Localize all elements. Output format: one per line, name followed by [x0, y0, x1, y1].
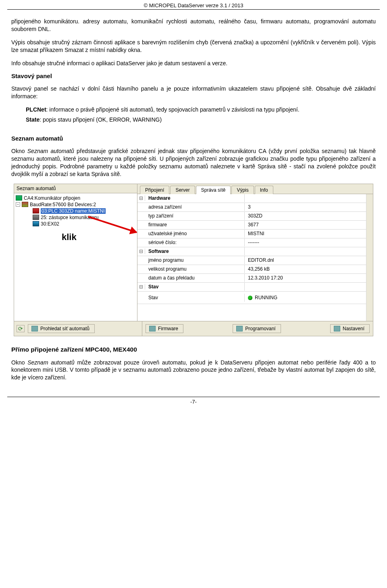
ex-icon: [33, 221, 39, 226]
intro-paragraph-1: připojeného komunikátoru. adresy automat…: [11, 18, 376, 33]
prop-label: uživatelské jméno: [145, 230, 245, 238]
prop-label: jméno programu: [145, 256, 245, 264]
bus-icon: [22, 202, 28, 207]
settings-icon: [334, 326, 340, 331]
mpc-p1-em: Seznam automatů: [27, 359, 74, 366]
status-text: RUNNING: [255, 295, 277, 300]
prop-value: MISTNI: [245, 230, 366, 238]
button-label: Prohledat síť automatů: [40, 326, 89, 331]
prop-label: firmware: [145, 221, 245, 229]
tree-row-proxy[interactable]: 25: zástupce komunikátoru: [15, 214, 136, 221]
collapse-icon[interactable]: ⊟: [137, 284, 145, 290]
page-number: -7-: [7, 399, 380, 409]
grid-row[interactable]: firmware3677: [137, 221, 366, 230]
heading-mpc400: Přímo připojené zařízení MPC400, MEX400: [11, 346, 376, 353]
prop-label: adresa zařízení: [145, 203, 245, 211]
grid-group-stav[interactable]: ⊟ Stav: [137, 283, 366, 292]
prop-value: 303ZD: [245, 212, 366, 220]
collapse-icon[interactable]: ⊟: [137, 195, 145, 201]
grid-group-software[interactable]: ⊟ Software: [137, 247, 366, 256]
plcnet-text: : informace o právě připojené síti autom…: [46, 106, 300, 113]
state-text: : popis stavu připojení (OK, ERROR, WARN…: [40, 116, 162, 123]
refresh-button[interactable]: ⟳: [17, 325, 25, 332]
scan-network-button[interactable]: Prohledat síť automatů: [28, 324, 95, 333]
firmware-button[interactable]: Firmware: [146, 324, 183, 333]
tree-row-plc-selected[interactable]: 03:PLC 303ZD name:MISTNI: [15, 208, 136, 214]
grid-row[interactable]: sériové číslo:-------: [137, 238, 366, 247]
device-tree-panel: Seznam automatů CA4:Komunikátor připojen…: [14, 184, 137, 321]
grid-row-status[interactable]: Stav RUNNING: [137, 292, 366, 304]
prop-value-status: RUNNING: [245, 294, 366, 302]
heading-stavovy-panel: Stavový panel: [11, 72, 376, 79]
mpc-p1a: Okno: [11, 359, 27, 366]
prop-value: 43,256 kB: [245, 265, 366, 273]
group-label: Hardware: [145, 194, 245, 202]
prop-value: 3677: [245, 221, 366, 229]
app-toolbar: ⟳ Prohledat síť automatů Firmware Progra…: [14, 321, 373, 336]
prop-value: EDITOR.dnl: [245, 256, 366, 264]
plc-icon: [33, 208, 39, 213]
prop-value: 3: [245, 203, 366, 211]
tab-bar: Připojení Server Správa sítě Výpis Info: [137, 184, 373, 194]
grid-row[interactable]: adresa zařízení3: [137, 203, 366, 212]
prop-value: -------: [245, 238, 366, 246]
seznam-p1a: Okno: [11, 148, 27, 154]
tree-label: 30:EX02: [41, 221, 59, 227]
mpc-paragraph: Okno Seznam automatů může zobrazovat pou…: [11, 359, 376, 382]
tree-label: 03:PLC 303ZD name:MISTNI: [41, 208, 106, 214]
group-label: Stav: [145, 283, 245, 291]
prop-label: velikost programu: [145, 265, 245, 273]
grid-row[interactable]: jméno programuEDITOR.dnl: [137, 256, 366, 265]
heading-seznam-automatu: Seznam automatů: [11, 135, 376, 142]
tree-row-bus[interactable]: − BaudRate:57600 Bd Devices:2: [15, 201, 136, 208]
grid-row[interactable]: velikost programu43,256 kB: [137, 265, 366, 274]
settings-button[interactable]: Nastavení: [330, 324, 370, 333]
tree-label: CA4:Komunikátor připojen: [24, 195, 80, 201]
state-line: State: popis stavu připojení (OK, ERROR,…: [11, 116, 376, 124]
header-rule: [7, 9, 380, 10]
intro-paragraph-2: Výpis obsahuje stručný záznam činnosti a…: [11, 39, 376, 54]
seznam-p1-em: Seznam automatů: [27, 148, 74, 154]
plcnet-line: PLCNet: informace o právě připojené síti…: [11, 106, 376, 114]
prop-label: Stav: [145, 294, 245, 302]
vertical-scrollbar[interactable]: [366, 194, 373, 321]
footer-rule: [7, 397, 380, 397]
status-running-icon: [248, 296, 252, 300]
device-tree-title: Seznam automatů: [14, 184, 137, 193]
device-tree[interactable]: CA4:Komunikátor připojen − BaudRate:5760…: [14, 193, 137, 321]
tab-pripojeni[interactable]: Připojení: [140, 186, 169, 194]
button-label: Programovaní: [245, 326, 275, 331]
grid-row[interactable]: datum a čas překladu12.3.2010 17:20: [137, 274, 366, 283]
copyright-header: © MICROPEL DataServer verze 3.1 / 2013: [7, 0, 380, 9]
state-label: State: [26, 116, 40, 123]
tree-row-ca[interactable]: CA4:Komunikátor připojen: [15, 195, 136, 201]
tree-label: BaudRate:57600 Bd Devices:2: [30, 202, 96, 207]
tab-info[interactable]: Info: [255, 186, 273, 194]
property-grid[interactable]: ⊟ Hardware adresa zařízení3 typ zařízení…: [137, 194, 366, 321]
firmware-icon: [149, 326, 156, 331]
prop-label: datum a čas překladu: [145, 274, 245, 282]
tab-server[interactable]: Server: [170, 186, 195, 194]
embedded-app-window: Seznam automatů CA4:Komunikátor připojen…: [14, 184, 373, 336]
prop-label: sériové číslo:: [145, 238, 245, 246]
grid-row[interactable]: typ zařízení303ZD: [137, 212, 366, 221]
programming-button[interactable]: Programovaní: [233, 324, 281, 333]
collapse-icon[interactable]: ⊟: [137, 248, 145, 254]
scan-icon: [31, 326, 38, 331]
grid-group-hardware[interactable]: ⊟ Hardware: [137, 194, 366, 203]
stav-paragraph: Stavový panel se nachází v dolní části h…: [11, 85, 376, 100]
prop-value: 12.3.2010 17:20: [245, 274, 366, 282]
button-label: Nastavení: [343, 326, 364, 331]
tab-sprava-site[interactable]: Správa sítě: [196, 186, 231, 194]
tab-vypis[interactable]: Výpis: [231, 186, 254, 194]
prop-label: typ zařízení: [145, 212, 245, 220]
button-label: Firmware: [158, 326, 178, 331]
grid-row[interactable]: uživatelské jménoMISTNI: [137, 230, 366, 238]
programming-icon: [236, 326, 243, 331]
properties-panel: Připojení Server Správa sítě Výpis Info …: [137, 184, 373, 321]
collapse-icon[interactable]: −: [16, 202, 20, 207]
seznam-paragraph: Okno Seznam automatů představuje grafick…: [11, 147, 376, 178]
group-label: Software: [145, 247, 245, 255]
plcnet-label: PLCNet: [26, 106, 46, 113]
proxy-icon: [33, 215, 39, 220]
